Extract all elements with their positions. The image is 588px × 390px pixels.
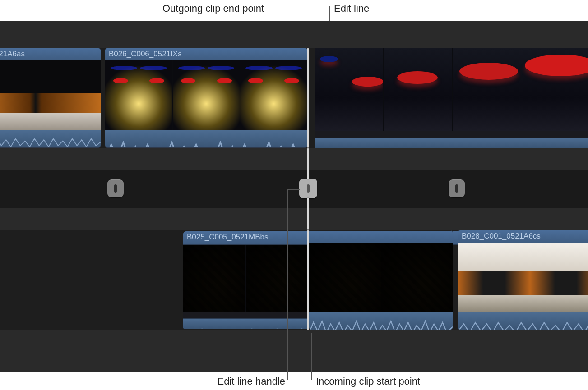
edit-line-spine-top	[307, 148, 309, 179]
edit-line-handle[interactable]	[299, 179, 317, 198]
incoming-clip-2[interactable]: B028_C001_0521A6cs	[458, 230, 588, 330]
precision-editor-timeline: _0521A6as B026_C006_0521IXs	[0, 21, 588, 372]
neighbor-edit-handle-left[interactable]	[107, 179, 124, 197]
handle-grip-icon	[307, 184, 310, 193]
clip-title: B026_C006_0521IXs	[105, 48, 307, 62]
neighbor-edit-handle-right[interactable]	[449, 179, 465, 197]
handle-grip-icon	[114, 184, 117, 193]
incoming-clip-extension[interactable]	[183, 243, 308, 329]
leader-incoming-vert	[311, 333, 312, 380]
outgoing-clip-2[interactable]: B026_C006_0521IXs	[105, 48, 308, 148]
edit-line-spine-bottom	[307, 197, 309, 230]
incoming-clip-1[interactable]	[309, 230, 453, 330]
leader-handle-hor	[287, 189, 300, 190]
annotation-edit-line-handle: Edit line handle	[163, 376, 285, 387]
handle-grip-icon	[455, 184, 458, 193]
outgoing-clip-extension[interactable]	[315, 48, 588, 148]
annotation-incoming-start: Incoming clip start point	[316, 376, 420, 387]
edit-line-lower[interactable]	[307, 230, 309, 330]
edit-line-upper[interactable]	[307, 48, 309, 148]
annotation-edit-line: Edit line	[334, 3, 369, 14]
clip-title: _0521A6as	[0, 48, 101, 62]
annotation-outgoing-end: Outgoing clip end point	[162, 3, 264, 14]
outgoing-clip-1[interactable]: _0521A6as	[0, 48, 101, 148]
handle-gutter	[0, 170, 588, 208]
clip-title: B028_C001_0521A6cs	[458, 230, 588, 244]
leader-handle-vert	[287, 189, 288, 380]
